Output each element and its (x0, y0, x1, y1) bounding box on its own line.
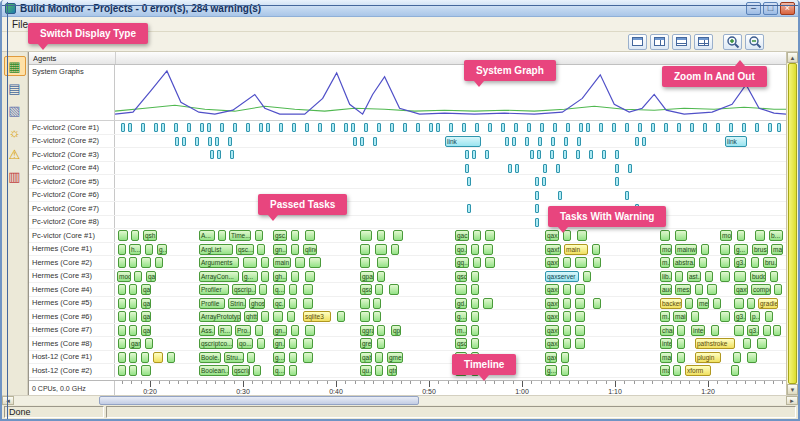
task-bar-remote[interactable] (465, 150, 469, 159)
task-bar-passed[interactable]: gn... (273, 338, 285, 349)
task-bar-remote[interactable] (543, 164, 547, 173)
task-bar-passed[interactable] (765, 311, 773, 322)
task-bar-passed[interactable]: qaxt... (545, 257, 559, 268)
task-bar-passed[interactable] (747, 352, 757, 363)
task-bar-passed[interactable] (375, 365, 383, 376)
task-bar-remote[interactable] (558, 191, 562, 200)
task-bar-passed[interactable] (763, 325, 771, 336)
task-bar-passed[interactable]: g3... (734, 257, 746, 268)
task-bar-passed[interactable]: lib... (660, 271, 672, 282)
task-bar-passed[interactable] (289, 365, 297, 376)
task-bar-remote[interactable] (182, 137, 186, 146)
task-bar-passed[interactable]: p... (750, 311, 760, 322)
task-bar-passed[interactable] (711, 325, 719, 336)
task-bar-remote[interactable] (615, 164, 619, 173)
task-bar-passed[interactable] (770, 271, 778, 282)
task-bar-remote[interactable] (635, 204, 639, 213)
task-bar-passed[interactable] (118, 325, 126, 336)
task-bar-passed[interactable]: qax... (545, 230, 559, 241)
task-bar-passed[interactable]: qc... (273, 298, 285, 309)
task-bar-passed[interactable] (375, 284, 383, 295)
task-bar-passed[interactable] (563, 325, 571, 336)
task-bar-passed[interactable]: gh... (273, 271, 287, 282)
task-bar-remote[interactable] (390, 123, 394, 132)
task-bar-passed[interactable] (377, 257, 389, 268)
vertical-scroll-track[interactable] (787, 63, 798, 384)
task-bar-passed[interactable] (129, 257, 137, 268)
task-bar-passed[interactable]: qaxw... (545, 298, 559, 309)
task-bar-remote[interactable] (512, 137, 516, 146)
task-bar-remote[interactable] (210, 150, 214, 159)
task-bar-passed[interactable]: changeptr... (660, 325, 674, 336)
task-bar-passed[interactable] (291, 271, 299, 282)
task-bar-remote[interactable] (200, 123, 204, 132)
task-bar-passed[interactable] (583, 271, 591, 282)
task-bar-passed[interactable]: gn... (273, 325, 287, 336)
task-bar-remote[interactable] (542, 177, 546, 186)
agent-row-label[interactable]: Pc-victor2 (Core #7) (29, 202, 115, 215)
task-bar-passed[interactable] (471, 244, 479, 255)
task-bar-remote[interactable] (351, 123, 355, 132)
task-bar-passed[interactable]: m... (660, 257, 670, 268)
task-bar-passed[interactable] (377, 230, 385, 241)
task-bar-passed[interactable] (563, 311, 571, 322)
task-bar-remote[interactable] (755, 123, 759, 132)
task-bar-passed[interactable] (118, 257, 126, 268)
task-bar-passed[interactable] (575, 325, 585, 336)
task-bar-passed[interactable] (141, 352, 149, 363)
task-bar-passed[interactable] (699, 257, 707, 268)
task-bar-passed[interactable]: ghos... (249, 298, 265, 309)
task-bar-passed[interactable]: messa... (675, 284, 691, 295)
task-bar-passed[interactable]: Ass... (199, 325, 215, 336)
agents-column-header[interactable]: Agents (29, 52, 786, 65)
task-bar-passed[interactable] (141, 257, 151, 268)
task-bar-passed[interactable]: ganm... (129, 338, 141, 349)
task-bar-passed[interactable]: qscrip... (232, 284, 256, 295)
task-bar-passed[interactable] (303, 352, 313, 363)
task-bar-passed[interactable] (129, 325, 137, 336)
task-bar-remote[interactable] (589, 150, 593, 159)
task-bar-passed[interactable]: g... (157, 244, 167, 255)
task-bar-remote[interactable] (551, 137, 555, 146)
task-bar-passed[interactable] (471, 284, 479, 295)
task-bar-passed[interactable]: Profile (199, 298, 225, 309)
task-bar-passed[interactable] (145, 244, 153, 255)
task-bar-passed[interactable] (118, 352, 126, 363)
task-bar-remote[interactable] (266, 123, 270, 132)
task-bar-remote[interactable] (228, 137, 232, 146)
task-bar-remote[interactable] (579, 123, 583, 132)
task-bar-passed[interactable] (483, 298, 493, 309)
horizontal-scrollbar[interactable]: ◄ ► (2, 395, 798, 405)
task-bar-passed[interactable]: qlinec... (303, 244, 317, 255)
task-bar-remote[interactable] (514, 123, 518, 132)
task-bar-passed[interactable] (145, 338, 153, 349)
task-bar-passed[interactable] (757, 338, 767, 349)
task-bar-passed[interactable] (471, 311, 479, 322)
task-bar-passed[interactable] (455, 365, 467, 376)
task-bar-remote[interactable] (467, 204, 471, 213)
task-bar-passed[interactable] (575, 257, 587, 268)
task-bar-remote[interactable] (208, 137, 212, 146)
task-bar-remote[interactable] (429, 123, 433, 132)
task-bar-passed[interactable] (295, 257, 305, 268)
task-bar-passed[interactable]: qax... (545, 352, 557, 363)
task-bar-remote[interactable] (538, 137, 542, 146)
task-bar-passed[interactable]: qo... (455, 244, 467, 255)
task-bar-passed[interactable] (253, 365, 261, 376)
task-bar-remote[interactable] (377, 123, 381, 132)
task-bar-remote[interactable] (638, 123, 642, 132)
task-bar-passed[interactable] (483, 244, 493, 255)
task-bar-passed[interactable] (309, 257, 321, 268)
agent-row-label[interactable]: Pc-victor2 (Core #1) (29, 121, 115, 134)
task-bar-passed[interactable]: Strin... (228, 298, 246, 309)
task-bar-passed[interactable] (377, 338, 385, 349)
task-bar-passed[interactable]: qo... (237, 338, 253, 349)
task-bar-passed[interactable] (593, 257, 601, 268)
task-bar-passed[interactable] (360, 311, 370, 322)
task-bar-remote[interactable] (465, 164, 469, 173)
task-bar-remote[interactable] (535, 204, 539, 213)
task-bar-link[interactable]: qaxserver (545, 271, 579, 282)
task-bar-passed[interactable] (375, 352, 383, 363)
task-bar-passed[interactable] (685, 298, 693, 309)
task-bar-passed[interactable]: ast... (687, 271, 701, 282)
